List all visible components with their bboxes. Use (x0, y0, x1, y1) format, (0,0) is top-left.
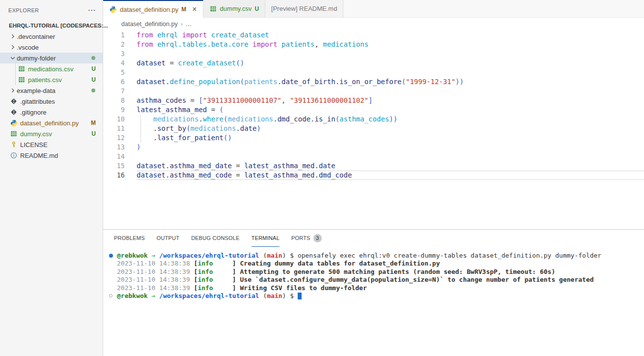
line-content: .sort_by(medications.date) (137, 124, 644, 133)
line-number: 10 (103, 115, 137, 124)
indent-guide (15, 63, 16, 74)
code-line-14[interactable]: 14 (103, 152, 644, 161)
indent-guide (140, 115, 141, 124)
chevron-down-icon (1, 22, 9, 30)
panel-tab-output[interactable]: OUTPUT (157, 230, 179, 247)
tree-item-example-data[interactable]: example-data (0, 85, 103, 96)
line-content: .last_for_patient() (137, 133, 644, 143)
editor-area: dataset_definition.pyM×dummy.csvU[Previe… (103, 0, 644, 356)
line-content: latest_asthma_med = ( (137, 105, 644, 115)
file-label: .devcontainer (17, 33, 55, 40)
panel-tab-debug-console[interactable]: DEBUG CONSOLE (191, 230, 240, 247)
code-line-13[interactable]: 13) (103, 143, 644, 152)
panel-tab-problems[interactable]: PROBLEMS (114, 230, 145, 247)
git-status-badge: U (91, 65, 96, 72)
code-line-2[interactable]: 2from ehrql.tables.beta.core import pati… (103, 40, 644, 49)
file-label: LICENSE (20, 141, 48, 148)
bottom-panel: PROBLEMSOUTPUTDEBUG CONSOLETERMINALPORTS… (103, 229, 644, 356)
git-status-badge: U (254, 5, 259, 12)
code-line-6[interactable]: 6dataset.define_population(patients.date… (103, 77, 644, 87)
file-tree: .devcontainer.vscodedummy-foldermedicati… (0, 31, 103, 161)
breadcrumb-file[interactable]: dataset_definition.py (121, 21, 178, 28)
git-status-badge: M (91, 119, 96, 126)
code-line-5[interactable]: 5 (103, 68, 644, 77)
line-content: from ehrql import create_dataset (137, 30, 644, 40)
breadcrumb-more[interactable]: … (186, 21, 192, 28)
python-icon (10, 119, 18, 127)
close-icon[interactable]: × (192, 5, 196, 14)
line-number: 6 (103, 77, 137, 87)
git-icon (10, 108, 18, 116)
line-content (137, 87, 644, 96)
tree-item-medications-csv[interactable]: medications.csvU (0, 63, 103, 74)
code-line-11[interactable]: 11 .sort_by(medications.date) (103, 124, 644, 133)
line-content: ) (137, 143, 644, 152)
code-line-10[interactable]: 10 medications.where(medications.dmd_cod… (103, 115, 644, 124)
tree-item--devcontainer[interactable]: .devcontainer (0, 31, 103, 42)
code-line-9[interactable]: 9latest_asthma_med = ( (103, 105, 644, 115)
tree-item--gitattributes[interactable]: .gitattributes (0, 96, 103, 107)
terminal[interactable]: @rebkwok → /workspaces/ehrql-tutorial (m… (103, 247, 644, 356)
panel-tab-terminal[interactable]: TERMINAL (252, 230, 280, 247)
line-number: 15 (103, 161, 137, 171)
git-changes-dot (91, 56, 95, 60)
python-icon (109, 5, 117, 13)
git-icon (10, 97, 18, 105)
panel-tab-label: TERMINAL (252, 235, 280, 241)
line-content: dataset.define_population(patients.date_… (137, 77, 644, 87)
code-line-16[interactable]: 16dataset.asthma_med_code = latest_asthm… (103, 171, 644, 180)
breadcrumb-separator: › (181, 21, 183, 28)
tree-item-dummy-csv[interactable]: dummy.csvU (0, 128, 103, 139)
line-number: 13 (103, 143, 137, 152)
terminal-line-1: @rebkwok → /workspaces/ehrql-tutorial (m… (106, 252, 644, 260)
tab-dataset-definition-py[interactable]: dataset_definition.pyM× (103, 0, 203, 18)
code-line-3[interactable]: 3 (103, 49, 644, 59)
code-line-8[interactable]: 8asthma_codes = ["39113311000001107", "3… (103, 96, 644, 105)
tree-item-license[interactable]: LICENSE (0, 139, 103, 150)
chevron-right-icon (9, 87, 17, 94)
explorer-more-icon[interactable]: ⋯ (88, 8, 96, 13)
file-label: .gitattributes (20, 98, 55, 105)
code-line-15[interactable]: 15dataset.asthma_med_date = latest_asthm… (103, 161, 644, 171)
breadcrumb: dataset_definition.py › … (103, 18, 644, 30)
tree-item--vscode[interactable]: .vscode (0, 42, 103, 53)
command-decoration-success-icon[interactable] (109, 254, 113, 258)
panel-tab-label: OUTPUT (157, 235, 179, 241)
tree-item--gitignore[interactable]: .gitignore (0, 107, 103, 118)
file-label: medications.csv (28, 65, 73, 73)
line-number: 1 (103, 30, 137, 40)
line-number: 16 (103, 171, 137, 180)
tree-item-patients-csv[interactable]: patients.csvU (0, 74, 103, 85)
line-number: 2 (103, 40, 137, 49)
code-editor[interactable]: 1from ehrql import create_dataset2from e… (103, 30, 644, 229)
vscode-window: EXPLORER ⋯ EHRQL-TUTORIAL [CODESPACES:..… (0, 0, 644, 356)
terminal-line-6: @rebkwok → /workspaces/ehrql-tutorial (m… (106, 292, 644, 300)
tab--preview-readme-md[interactable]: [Preview] README.md (265, 0, 343, 17)
explorer-header: EXPLORER ⋯ (0, 0, 103, 20)
tree-item-dataset-definition-py[interactable]: dataset_definition.pyM (0, 118, 103, 128)
indent-guide (140, 124, 141, 133)
line-content: asthma_codes = ["39113311000001107", "39… (137, 96, 644, 105)
explorer-sidebar: EXPLORER ⋯ EHRQL-TUTORIAL [CODESPACES:..… (0, 0, 103, 356)
git-status-badge: M (181, 6, 186, 13)
command-decoration-pending-icon[interactable] (109, 294, 112, 297)
line-number: 4 (103, 59, 137, 68)
workspace-root[interactable]: EHRQL-TUTORIAL [CODESPACES:... (0, 20, 103, 31)
line-content (137, 49, 644, 59)
key-icon (10, 141, 18, 148)
git-changes-dot (91, 89, 95, 92)
terminal-cursor (298, 293, 302, 299)
tree-item-readme-md[interactable]: README.md (0, 150, 103, 161)
ports-count-badge: 3 (313, 234, 322, 242)
tab-dummy-csv[interactable]: dummy.csvU (203, 0, 265, 17)
code-line-1[interactable]: 1from ehrql import create_dataset (103, 30, 644, 40)
code-line-12[interactable]: 12 .last_for_patient() (103, 133, 644, 143)
code-line-4[interactable]: 4dataset = create_dataset() (103, 59, 644, 68)
line-content: medications.where(medications.dmd_code.i… (137, 115, 644, 124)
csv-icon (10, 130, 18, 138)
panel-tab-ports[interactable]: PORTS3 (291, 230, 322, 247)
code-line-7[interactable]: 7 (103, 87, 644, 96)
line-content: dataset.asthma_med_date = latest_asthma_… (137, 161, 644, 171)
tree-item-dummy-folder[interactable]: dummy-folder (0, 53, 103, 63)
explorer-title: EXPLORER (8, 7, 39, 13)
